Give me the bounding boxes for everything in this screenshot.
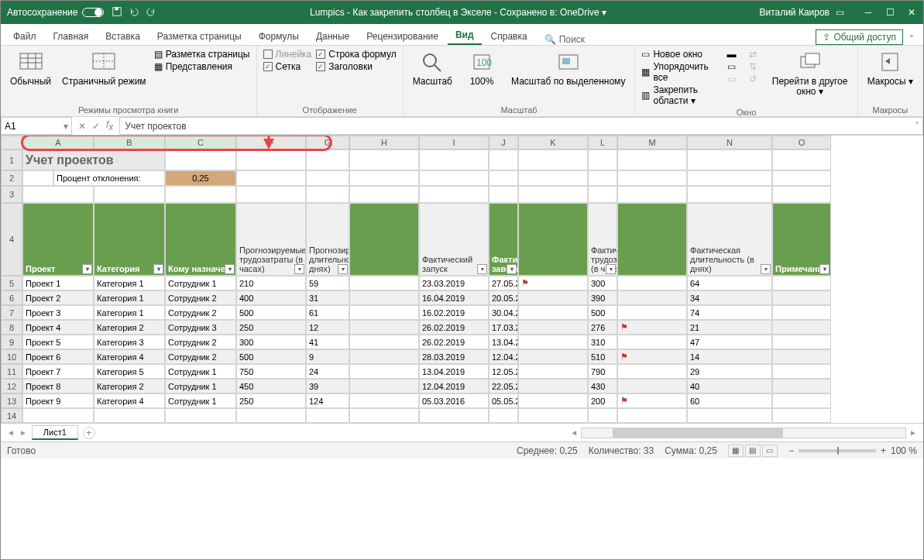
cell[interactable]: 510: [588, 349, 617, 364]
cell[interactable]: 26.02.2019: [419, 335, 489, 349]
cell[interactable]: [772, 149, 831, 170]
cell[interactable]: Проект 9: [22, 393, 94, 408]
cell[interactable]: 500: [236, 305, 306, 320]
col-header-I[interactable]: I: [419, 136, 489, 149]
cell[interactable]: 276: [588, 320, 617, 335]
cell[interactable]: [349, 320, 419, 335]
col-header-C[interactable]: C: [165, 136, 236, 149]
col-header-F[interactable]: F: [236, 136, 306, 149]
cell[interactable]: [772, 276, 831, 290]
cell[interactable]: [306, 186, 349, 203]
cell[interactable]: Процент отклонения:: [53, 170, 165, 186]
cell[interactable]: [617, 364, 687, 379]
tab-Вид[interactable]: Вид: [448, 26, 482, 45]
cell[interactable]: [687, 408, 772, 423]
cell[interactable]: [772, 170, 831, 186]
cell[interactable]: 9: [306, 349, 349, 364]
cell[interactable]: 430: [588, 379, 617, 393]
tab-Справка[interactable]: Справка: [483, 28, 535, 45]
tab-Главная[interactable]: Главная: [46, 28, 97, 45]
cell[interactable]: Сотрудник 2: [165, 349, 236, 364]
row-header[interactable]: 4: [1, 203, 22, 276]
row-header[interactable]: 3: [1, 186, 22, 203]
cell[interactable]: 390: [588, 290, 617, 305]
cell[interactable]: [489, 186, 518, 203]
cell[interactable]: [772, 364, 831, 379]
cell[interactable]: Сотрудник 2: [165, 305, 236, 320]
redo-icon[interactable]: [146, 6, 156, 19]
cell[interactable]: [349, 379, 419, 393]
cell[interactable]: 60: [687, 393, 772, 408]
cell[interactable]: 500: [588, 305, 617, 320]
cell[interactable]: Категория 2: [94, 379, 165, 393]
col-header-A[interactable]: A: [22, 136, 94, 149]
zoom-in-icon[interactable]: +: [881, 445, 886, 456]
cell[interactable]: [617, 379, 687, 393]
cell[interactable]: Фактическая длительность (в днях)▾: [687, 203, 772, 276]
tab-Вставка[interactable]: Вставка: [98, 28, 148, 45]
cell[interactable]: [22, 186, 94, 203]
cell[interactable]: Сотрудник 1: [165, 276, 236, 290]
cell[interactable]: [687, 186, 772, 203]
cell[interactable]: [349, 349, 419, 364]
cell[interactable]: [518, 349, 588, 364]
save-icon[interactable]: [112, 6, 122, 19]
zoom-level[interactable]: 100 %: [891, 445, 917, 456]
cell[interactable]: [349, 170, 419, 186]
cell[interactable]: 400: [236, 290, 306, 305]
cell[interactable]: Проект 7: [22, 364, 94, 379]
arrange-all-button[interactable]: ▦Упорядочить все: [641, 61, 714, 83]
cell[interactable]: [617, 203, 687, 276]
view-buttons[interactable]: ▦▤▭: [728, 445, 778, 457]
cell[interactable]: [94, 186, 165, 203]
close-icon[interactable]: ✕: [906, 7, 917, 18]
zoom-100-button[interactable]: 100100%: [460, 49, 503, 88]
cell[interactable]: ⚑: [518, 276, 588, 290]
col-header-N[interactable]: N: [687, 136, 772, 149]
cell[interactable]: 22.05.2019: [489, 379, 518, 393]
cell[interactable]: 250: [236, 393, 306, 408]
row-header[interactable]: 13: [1, 393, 22, 408]
cell[interactable]: Проект 1: [22, 276, 94, 290]
col-header-K[interactable]: K: [518, 136, 588, 149]
cell[interactable]: [94, 408, 165, 423]
cell[interactable]: Проект 3: [22, 305, 94, 320]
new-window-button[interactable]: ▭Новое окно: [641, 49, 714, 60]
cell[interactable]: 20.05.2019: [489, 290, 518, 305]
cell[interactable]: [236, 408, 306, 423]
cell[interactable]: 450: [236, 379, 306, 393]
cell[interactable]: Проект 6: [22, 349, 94, 364]
cell[interactable]: 13.04.2019: [419, 364, 489, 379]
cell[interactable]: [772, 393, 831, 408]
cell[interactable]: [617, 276, 687, 290]
formulabar-checkbox[interactable]: Строка формул: [316, 49, 396, 60]
cell[interactable]: [617, 408, 687, 423]
cell[interactable]: Кому назначен▾: [165, 203, 236, 276]
sync-scroll-button[interactable]: ⇅: [749, 61, 757, 72]
row-header[interactable]: 5: [1, 276, 22, 290]
cell[interactable]: Категория 4: [94, 349, 165, 364]
cell[interactable]: [489, 149, 518, 170]
cell[interactable]: [518, 186, 588, 203]
cell[interactable]: Прогнозируемая длительность (в днях)▾: [306, 203, 349, 276]
col-header-O[interactable]: O: [772, 136, 831, 149]
cell[interactable]: [419, 408, 489, 423]
tab-Данные[interactable]: Данные: [308, 28, 357, 45]
cell[interactable]: [236, 170, 306, 186]
cell[interactable]: 300: [236, 335, 306, 349]
switch-windows-button[interactable]: Перейти в другое окно ▾: [769, 49, 851, 98]
cell[interactable]: 05.03.2016: [419, 393, 489, 408]
cell[interactable]: [772, 290, 831, 305]
cell[interactable]: Сотрудник 3: [165, 320, 236, 335]
cell[interactable]: [518, 408, 588, 423]
zoom-selection-button[interactable]: Масштаб по выделенному: [508, 49, 628, 88]
cell[interactable]: 124: [306, 393, 349, 408]
fx-icon[interactable]: fx: [106, 119, 113, 132]
cell[interactable]: [165, 408, 236, 423]
cell[interactable]: 12: [306, 320, 349, 335]
cell[interactable]: [349, 305, 419, 320]
cell[interactable]: 74: [687, 305, 772, 320]
cell[interactable]: 12.04.2019: [419, 379, 489, 393]
cell[interactable]: 210: [236, 276, 306, 290]
cell[interactable]: 310: [588, 335, 617, 349]
